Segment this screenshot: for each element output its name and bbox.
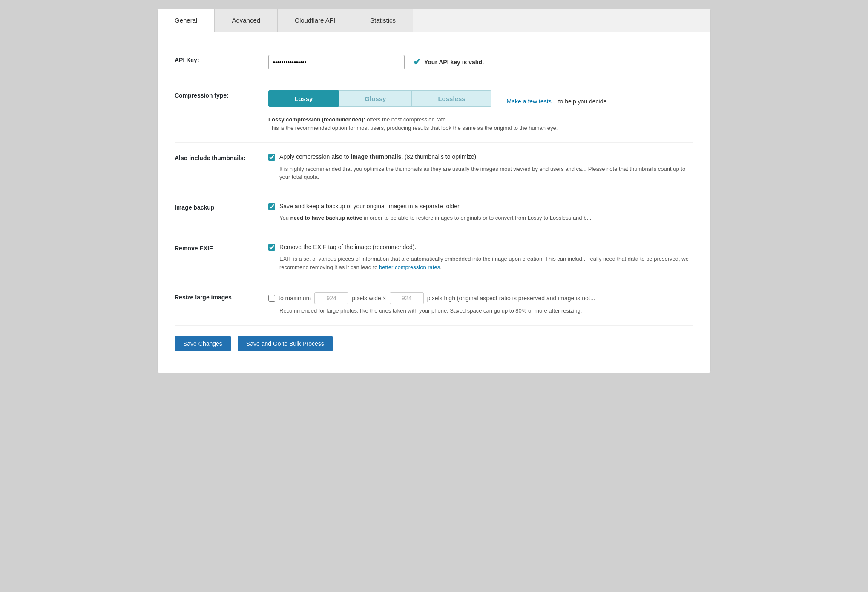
- compression-content: Lossy Glossy Lossless Make a few tests t…: [268, 90, 693, 132]
- backup-content: Save and keep a backup of your original …: [268, 202, 693, 222]
- thumbnails-checkbox-row: Apply compression also to image thumbnai…: [268, 153, 693, 161]
- resize-desc: Recommended for large photos, like the o…: [268, 307, 693, 315]
- exif-desc-pre: EXIF is a set of various pieces of infor…: [279, 256, 689, 270]
- resize-pixels-high-text: pixels high (original aspect ratio is pr…: [427, 295, 595, 302]
- compression-label: Compression type:: [175, 90, 268, 99]
- compression-desc-main: offers the best compression rate.: [365, 116, 448, 123]
- resize-height-input[interactable]: [390, 292, 424, 304]
- checkmark-icon: ✔: [413, 57, 421, 68]
- backup-row: Image backup Save and keep a backup of y…: [175, 192, 693, 233]
- make-tests-suffix: to help you decide.: [558, 98, 609, 105]
- thumbnails-label-bold: image thumbnails.: [351, 153, 403, 160]
- exif-checkbox-row: Remove the EXIF tag of the image (recomm…: [268, 243, 693, 252]
- tab-bar: General Advanced Cloudflare API Statisti…: [158, 9, 710, 32]
- thumbnails-label-post: (82 thumbnails to optimize): [403, 153, 476, 160]
- compression-lossy-btn[interactable]: Lossy: [268, 90, 339, 107]
- api-valid-indicator: ✔ Your API key is valid.: [413, 57, 484, 68]
- resize-row: Resize large images to maximum pixels wi…: [175, 282, 693, 326]
- resize-pixels-wide-text: pixels wide ×: [352, 295, 386, 302]
- buttons-row: Save Changes Save and Go to Bulk Process: [175, 326, 693, 356]
- backup-desc-bold: need to have backup active: [290, 215, 362, 221]
- backup-checkbox-label: Save and keep a backup of your original …: [279, 202, 461, 211]
- backup-desc-pre: You: [279, 215, 290, 221]
- compression-top: Lossy Glossy Lossless Make a few tests t…: [268, 90, 693, 112]
- backup-checkbox-row: Save and keep a backup of your original …: [268, 202, 693, 211]
- exif-desc: EXIF is a set of various pieces of infor…: [268, 255, 693, 271]
- exif-desc-link[interactable]: better compression rates: [379, 264, 440, 270]
- thumbnails-content: Apply compression also to image thumbnai…: [268, 153, 693, 181]
- exif-checkbox-label: Remove the EXIF tag of the image (recomm…: [279, 243, 416, 252]
- thumbnails-label: Also include thumbnails:: [175, 153, 268, 161]
- resize-inputs-row: to maximum pixels wide × pixels high (or…: [268, 292, 693, 304]
- compression-buttons: Lossy Glossy Lossless: [268, 90, 491, 107]
- thumbnails-checkbox[interactable]: [268, 154, 275, 161]
- compression-desc: Lossy compression (recommended): offers …: [268, 115, 693, 132]
- backup-desc-post: in order to be able to restore images to…: [362, 215, 592, 221]
- compression-desc-bold: Lossy compression (recommended):: [268, 116, 365, 123]
- api-key-row: API Key: ✔ Your API key is valid.: [175, 45, 693, 80]
- settings-content: API Key: ✔ Your API key is valid. Compre…: [158, 32, 710, 373]
- exif-label: Remove EXIF: [175, 243, 268, 252]
- thumbnails-row: Also include thumbnails: Apply compressi…: [175, 143, 693, 192]
- exif-row: Remove EXIF Remove the EXIF tag of the i…: [175, 233, 693, 282]
- compression-desc-sub: This is the recommended option for most …: [268, 125, 558, 131]
- compression-glossy-btn[interactable]: Glossy: [339, 90, 412, 107]
- tab-cloudflare[interactable]: Cloudflare API: [278, 9, 353, 32]
- thumbnails-label-pre: Apply compression also to: [279, 153, 351, 160]
- tab-statistics[interactable]: Statistics: [353, 9, 413, 32]
- resize-label: Resize large images: [175, 292, 268, 301]
- exif-desc-post: .: [440, 264, 442, 270]
- compression-lossless-btn[interactable]: Lossless: [412, 90, 491, 107]
- backup-label: Image backup: [175, 202, 268, 211]
- compression-row: Compression type: Lossy Glossy Lossless …: [175, 80, 693, 143]
- resize-checkbox[interactable]: [268, 295, 275, 302]
- backup-desc: You need to have backup active in order …: [268, 214, 693, 222]
- backup-checkbox[interactable]: [268, 203, 275, 210]
- save-bulk-button[interactable]: Save and Go to Bulk Process: [238, 336, 333, 351]
- tab-general[interactable]: General: [158, 9, 215, 32]
- thumbnails-desc: It is highly recommended that you optimi…: [268, 165, 693, 181]
- settings-panel: General Advanced Cloudflare API Statisti…: [157, 9, 711, 373]
- resize-width-input[interactable]: [314, 292, 348, 304]
- exif-checkbox[interactable]: [268, 244, 275, 251]
- tab-advanced[interactable]: Advanced: [215, 9, 278, 32]
- thumbnails-checkbox-label: Apply compression also to image thumbnai…: [279, 153, 476, 161]
- resize-content: to maximum pixels wide × pixels high (or…: [268, 292, 693, 315]
- save-changes-button[interactable]: Save Changes: [175, 336, 231, 351]
- exif-content: Remove the EXIF tag of the image (recomm…: [268, 243, 693, 272]
- api-key-content: ✔ Your API key is valid.: [268, 55, 693, 69]
- api-key-input[interactable]: [268, 55, 405, 69]
- make-tests-link[interactable]: Make a few tests: [507, 98, 552, 105]
- api-key-label: API Key:: [175, 55, 268, 63]
- resize-to-maximum-text: to maximum: [279, 295, 311, 302]
- api-key-input-row: ✔ Your API key is valid.: [268, 55, 693, 69]
- api-valid-text: Your API key is valid.: [424, 59, 484, 66]
